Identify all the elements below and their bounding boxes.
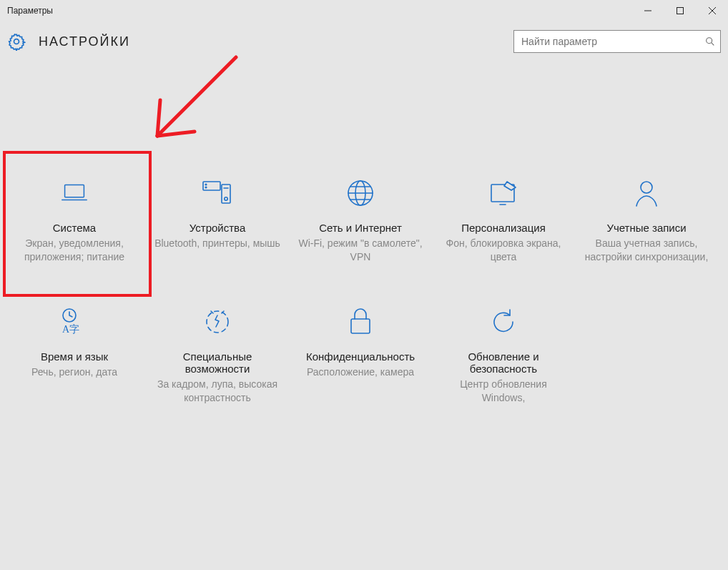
window-titlebar: Параметры <box>0 0 728 21</box>
access-icon <box>202 305 232 339</box>
tile-description: Центр обновления Windows, <box>441 378 566 405</box>
settings-tile-access[interactable]: Специальные возможности За кадром, лупа,… <box>146 289 289 418</box>
tile-title: Сеть и Интернет <box>319 222 402 234</box>
accounts-icon <box>632 176 661 210</box>
tile-title: Устройства <box>190 222 245 234</box>
tile-description: Экран, уведомления, приложения; питание <box>11 237 137 264</box>
svg-point-5 <box>707 38 712 44</box>
tile-description: Wi-Fi, режим "в самолете", VPN <box>297 237 423 264</box>
search-icon <box>704 36 716 47</box>
annotation-arrow <box>136 50 257 157</box>
header-left: НАСТРОЙКИ <box>7 32 130 51</box>
tile-description: Фон, блокировка экрана, цвета <box>441 237 566 264</box>
settings-grid: Система Экран, уведомления, приложения; … <box>0 160 728 418</box>
svg-rect-1 <box>677 8 683 14</box>
svg-point-19 <box>641 182 652 193</box>
tile-description: Речь, регион, дата <box>31 365 117 379</box>
search-box[interactable] <box>513 30 721 53</box>
settings-tile-update[interactable]: Обновление и безопасность Центр обновлен… <box>432 289 575 418</box>
search-input[interactable] <box>521 36 704 47</box>
settings-tile-laptop[interactable]: Система Экран, уведомления, приложения; … <box>3 160 146 289</box>
tile-title: Время и язык <box>41 350 108 363</box>
tile-title: Персонализация <box>461 222 546 234</box>
gear-icon <box>7 32 26 51</box>
svg-point-10 <box>205 187 207 188</box>
globe-icon <box>345 176 375 210</box>
laptop-icon <box>58 176 91 210</box>
svg-text:A字: A字 <box>62 324 79 335</box>
page-title: НАСТРОЙКИ <box>39 34 130 49</box>
personalize-icon <box>487 176 520 210</box>
tile-description: За кадром, лупа, высокая контрастность <box>154 378 280 405</box>
tile-title: Специальные возможности <box>154 350 280 375</box>
window-title: Параметры <box>7 6 631 16</box>
settings-tile-accounts[interactable]: Учетные записи Ваша учетная запись, наст… <box>575 160 718 289</box>
window-controls <box>631 0 728 21</box>
tile-title: Учетные записи <box>606 222 686 234</box>
settings-tile-privacy[interactable]: Конфиденциальность Расположение, камера <box>289 289 432 418</box>
close-button[interactable] <box>696 0 728 21</box>
svg-line-6 <box>712 43 714 46</box>
svg-line-24 <box>157 57 236 136</box>
devices-icon <box>200 176 235 210</box>
tile-title: Система <box>53 222 96 234</box>
privacy-icon <box>348 305 373 339</box>
tile-description: Bluetooth, принтеры, мышь <box>154 237 280 250</box>
time-icon: A字 <box>58 305 91 339</box>
svg-rect-8 <box>203 182 220 190</box>
settings-tile-globe[interactable]: Сеть и Интернет Wi-Fi, режим "в самолете… <box>289 160 432 289</box>
header: НАСТРОЙКИ <box>0 21 728 60</box>
svg-point-9 <box>205 184 207 185</box>
minimize-button[interactable] <box>631 0 664 21</box>
svg-line-26 <box>157 132 195 136</box>
svg-point-22 <box>207 311 228 333</box>
svg-point-4 <box>14 39 19 44</box>
settings-tile-personalize[interactable]: Персонализация Фон, блокировка экрана, ц… <box>432 160 575 289</box>
tile-description: Расположение, камера <box>307 365 414 379</box>
settings-tile-devices[interactable]: Устройства Bluetooth, принтеры, мышь <box>146 160 289 289</box>
settings-tile-time[interactable]: A字 Время и язык Речь, регион, дата <box>3 289 146 418</box>
tile-description: Ваша учетная запись, настройки синхрониз… <box>584 237 709 264</box>
update-icon <box>488 305 518 339</box>
svg-rect-7 <box>65 185 84 197</box>
maximize-button[interactable] <box>664 0 696 21</box>
svg-line-25 <box>157 100 160 136</box>
tile-title: Обновление и безопасность <box>441 350 566 375</box>
svg-rect-23 <box>351 319 370 333</box>
svg-point-12 <box>225 197 227 200</box>
tile-title: Конфиденциальность <box>306 350 415 363</box>
